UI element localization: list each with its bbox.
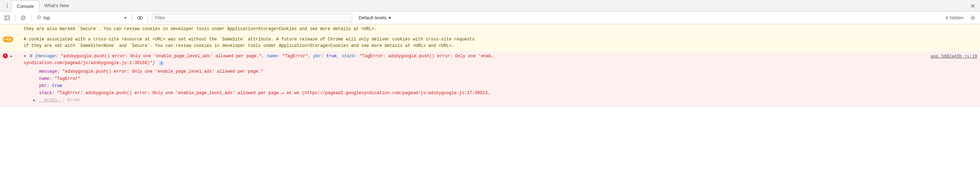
console-warning-row: they are also marked `Secure`. You can r… — [0, 24, 980, 35]
svg-point-0 — [7, 3, 8, 4]
svg-point-2 — [7, 7, 8, 8]
svg-point-1 — [7, 5, 8, 6]
expand-triangle-icon[interactable]: ▼ — [24, 53, 27, 60]
log-levels-selector[interactable]: Default levels ▾ — [356, 15, 391, 21]
close-drawer-icon[interactable]: × — [969, 2, 977, 11]
object-property: message: "adsbygoogle.push() error: Only… — [33, 68, 977, 75]
svg-point-12 — [972, 17, 974, 19]
warning-text: A cookie associated with a cross-site re… — [24, 36, 977, 49]
hidden-messages-count[interactable]: 6 hidden — [946, 15, 965, 21]
tab-console-label: Console — [17, 3, 34, 9]
devtools-tabbar: Console What's New × — [0, 0, 980, 11]
source-link[interactable]: app.3d82a43b.js:19 — [931, 53, 977, 59]
toolbar-separator — [31, 14, 32, 21]
tab-whatsnew-label: What's New — [45, 3, 69, 8]
message-gutter: ▶ 43 — [3, 36, 24, 42]
object-property: stack: "TagError: adsbygoogle.push() err… — [33, 90, 977, 96]
log-levels-label: Default levels — [359, 15, 387, 21]
tab-whatsnew[interactable]: What's New — [39, 0, 74, 11]
console-error-row: ✕ ▶ app.3d82a43b.js:19 ▼ N {message: "ad… — [0, 52, 980, 107]
expand-triangle-icon[interactable]: ▶ — [10, 53, 14, 60]
object-expanded: message: "adsbygoogle.push() error: Only… — [24, 66, 977, 104]
toolbar-separator — [132, 14, 132, 21]
live-expression-icon[interactable] — [136, 14, 144, 22]
svg-marker-5 — [8, 17, 9, 19]
toggle-sidebar-icon[interactable] — [3, 14, 11, 22]
object-preview[interactable]: ▼ N {message: "adsbygoogle.push() error:… — [24, 53, 977, 66]
svg-line-9 — [38, 16, 40, 18]
page-context-icon — [37, 15, 41, 21]
chevron-down-icon: ▾ — [389, 15, 391, 21]
info-icon[interactable]: i — [159, 61, 164, 66]
console-settings-icon[interactable] — [969, 14, 977, 22]
message-gutter: ✕ ▶ — [3, 53, 24, 60]
context-selector[interactable]: top ▾ — [35, 14, 128, 22]
expand-triangle-icon[interactable]: ▶ — [33, 97, 37, 104]
context-label: top — [44, 15, 50, 21]
object-property: pbr: true — [33, 83, 977, 89]
object-property: name: "TagError" — [33, 76, 977, 82]
warning-text: they are also marked `Secure`. You can r… — [24, 26, 977, 32]
more-tabs-icon[interactable] — [3, 2, 11, 10]
repeat-count-value: 43 — [6, 36, 11, 43]
svg-line-7 — [22, 16, 25, 19]
error-icon: ✕ — [3, 53, 8, 58]
console-warning-row: ▶ 43 A cookie associated with a cross-si… — [0, 35, 980, 52]
object-proto[interactable]: ▶ __proto__: Error — [33, 97, 977, 104]
console-toolbar: top ▾ Default levels ▾ 6 hidden — [0, 11, 980, 24]
svg-point-11 — [139, 17, 141, 19]
expand-triangle-icon: ▶ — [4, 38, 6, 41]
filter-input[interactable] — [152, 14, 352, 22]
constructor-name: N — [30, 54, 32, 59]
clear-console-icon[interactable] — [19, 14, 27, 22]
repeat-count-badge[interactable]: ▶ 43 — [3, 36, 13, 42]
message-gutter — [3, 26, 24, 26]
error-body: app.3d82a43b.js:19 ▼ N {message: "adsbyg… — [24, 53, 977, 105]
tab-console[interactable]: Console — [11, 0, 39, 11]
chevron-down-icon: ▾ — [124, 15, 127, 21]
toolbar-separator — [148, 14, 148, 21]
